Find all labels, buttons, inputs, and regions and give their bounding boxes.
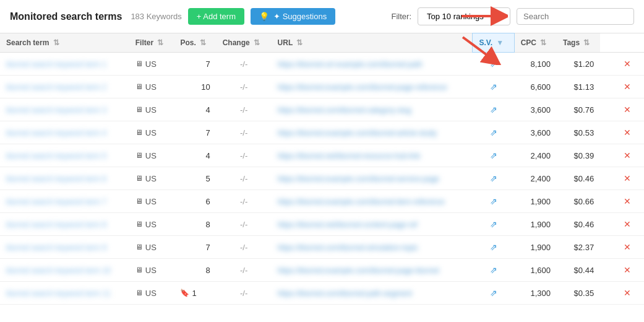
delete-cell: ✕ [614,53,644,76]
pos-cell: 8 [174,259,216,282]
cpc-cell: $0.39 [557,144,600,167]
pos-value: 1 [192,289,196,298]
col-sv[interactable]: S.V. ▼ [473,33,514,53]
filter-value: US [145,289,157,298]
share-icon[interactable]: ⇗ [490,288,497,298]
cpc-cell: $0.44 [557,259,600,282]
pos-value: 4 [205,105,210,115]
share-icon[interactable]: ⇗ [490,173,497,183]
monitor-icon: 🖥 [135,289,143,297]
cpc-cell: $0.53 [557,121,600,144]
share-icon[interactable]: ⇗ [490,105,497,115]
delete-button[interactable]: ✕ [620,287,635,299]
share-icon-cell[interactable]: ⇗ [473,144,514,167]
filter-value: US [145,266,157,275]
delete-button[interactable]: ✕ [620,103,635,116]
url-cell: https://blurred.example.com/blurred-page… [272,259,473,282]
col-tags[interactable]: Tags ⇅ [557,33,600,53]
sort-icon-term: ⇅ [53,38,59,47]
delete-cell: ✕ [614,121,644,144]
page-title: Monitored search terms [10,11,122,22]
share-icon[interactable]: ⇗ [490,82,497,92]
pos-cell: 5 [174,167,216,190]
sv-cell: 3,600 [514,98,557,121]
sv-cell: 1,900 [514,190,557,213]
share-icon-cell[interactable]: ⇗ [473,236,514,259]
change-cell: -/- [217,121,272,144]
delete-button[interactable]: ✕ [620,149,635,162]
filter-cell: 🖥US [129,190,174,213]
search-term-cell: blurred search keyword term 7 [0,190,129,213]
monitor-icon: 🖥 [135,220,143,228]
col-filter[interactable]: Filter ⇅ [129,33,174,53]
filter-dropdown[interactable]: Top 10 rankings All rankings Top 3 ranki… [418,7,510,25]
share-icon-cell[interactable]: ⇗ [473,282,514,305]
filter-value: US [145,128,157,137]
suggestions-button[interactable]: 💡 ✦ Suggestions [251,8,335,25]
share-icon[interactable]: ⇗ [490,150,497,160]
share-icon-cell[interactable]: ⇗ [473,76,514,98]
filter-value: US [145,151,157,160]
table-header-row: Search term ⇅ Filter ⇅ Pos. ⇅ Change ⇅ [0,33,644,53]
col-url[interactable]: URL ⇅ [272,33,473,53]
filter-cell: 🖥US [129,98,174,121]
delete-button[interactable]: ✕ [620,126,635,139]
pos-value: 8 [205,266,210,275]
pos-cell: 7 [174,53,216,76]
cpc-cell: $0.46 [557,213,600,236]
add-term-button[interactable]: + Add term [188,8,244,25]
monitor-icon: 🖥 [135,82,143,91]
delete-cell: ✕ [614,213,644,236]
search-term-cell: blurred search keyword term 9 [0,236,129,259]
delete-button[interactable]: ✕ [620,241,635,253]
delete-button[interactable]: ✕ [620,58,635,70]
delete-button[interactable]: ✕ [620,218,635,230]
url-cell: https://blurred.com/blurred-simulation-t… [272,236,473,259]
sv-cell: 1,900 [514,236,557,259]
cpc-cell: $1.13 [557,76,600,98]
col-search-term[interactable]: Search term ⇅ [0,33,129,53]
col-cpc[interactable]: CPC ⇅ [514,33,557,53]
share-icon-cell[interactable]: ⇗ [473,167,514,190]
filter-value: US [145,197,157,206]
search-input[interactable] [517,8,634,25]
share-icon-cell[interactable]: ⇗ [473,190,514,213]
col-change[interactable]: Change ⇅ [217,33,272,53]
delete-button[interactable]: ✕ [620,264,635,276]
share-icon[interactable]: ⇗ [490,196,497,206]
share-icon[interactable]: ⇗ [490,265,497,275]
cpc-cell: $2.37 [557,236,600,259]
share-icon-cell[interactable]: ⇗ [473,98,514,121]
search-term-cell: blurred search keyword term 6 [0,167,129,190]
search-term-cell: blurred search keyword term 11 [0,282,129,305]
tags-cell [600,53,614,76]
url-cell: https://blurred.net/blurred-resource-hub… [272,144,473,167]
delete-button[interactable]: ✕ [620,80,635,93]
col-pos[interactable]: Pos. ⇅ [174,33,216,53]
sv-cell: 1,300 [514,282,557,305]
url-cell: https://blurred.example.com/blurred-arti… [272,121,473,144]
share-icon-cell[interactable]: ⇗ [473,53,514,76]
tags-cell [600,213,614,236]
url-cell: https://blurred.example.com/blurred-serv… [272,167,473,190]
delete-cell: ✕ [614,98,644,121]
delete-button[interactable]: ✕ [620,172,635,185]
delete-cell: ✕ [614,282,644,305]
sort-icon-sv: ▼ [496,38,504,47]
share-icon[interactable]: ⇗ [490,219,497,229]
share-icon[interactable]: ⇗ [490,128,497,137]
share-icon-cell[interactable]: ⇗ [473,213,514,236]
pos-cell: 6 [174,190,216,213]
sort-icon-change: ⇅ [254,38,260,47]
sv-cell: 2,400 [514,167,557,190]
sv-cell: 1,600 [514,259,557,282]
pos-value: 5 [205,174,210,183]
filter-cell: 🖥US [129,259,174,282]
delete-cell: ✕ [614,76,644,98]
share-icon-cell[interactable]: ⇗ [473,259,514,282]
share-icon[interactable]: ⇗ [490,59,497,69]
delete-button[interactable]: ✕ [620,195,635,207]
tags-cell [600,144,614,167]
share-icon-cell[interactable]: ⇗ [473,121,514,144]
share-icon[interactable]: ⇗ [490,242,497,252]
